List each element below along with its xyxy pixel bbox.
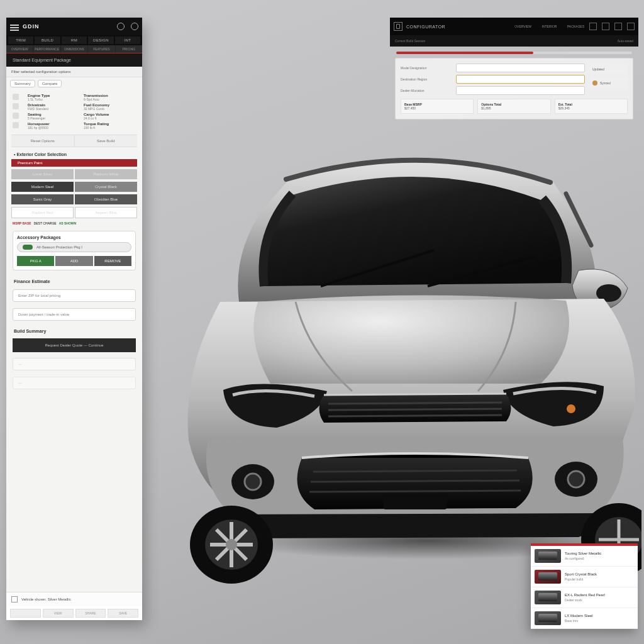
toggle-icon xyxy=(23,245,33,250)
bot-blank[interactable] xyxy=(10,609,41,618)
tool-button[interactable] xyxy=(614,23,622,30)
menu-icon[interactable] xyxy=(10,23,19,30)
secondary-tabs: OVERVIEW PERFORMANCE DIMENSIONS FEATURES… xyxy=(6,45,142,53)
bot-share[interactable]: SHARE xyxy=(75,609,106,618)
color-swatch[interactable]: Sonic Gray xyxy=(11,194,74,204)
addon-pill[interactable]: All-Season Protection Pkg I xyxy=(17,242,131,252)
color-swatch[interactable]: Platinum White xyxy=(75,169,137,179)
zip-input[interactable]: Enter ZIP for local pricing xyxy=(13,289,136,302)
dashboard-toolbar: CONFIGURATOR OVERVIEW INTERIOR PACKAGES xyxy=(390,18,638,35)
dash-menu-overview[interactable]: OVERVIEW xyxy=(514,25,531,28)
svg-point-19 xyxy=(226,539,237,550)
subtab-features[interactable]: FEATURES xyxy=(88,45,114,53)
spec-cell: Fuel Economy32 MPG Comb xyxy=(84,103,136,111)
addon-add-button[interactable]: ADD xyxy=(55,256,92,266)
spec-cell: Transmission6-Spd Auto xyxy=(84,94,136,101)
session-label: Current Build Session xyxy=(395,39,425,43)
addon-remove-button[interactable]: REMOVE xyxy=(94,256,131,266)
text-input[interactable] xyxy=(456,64,585,72)
sidebar-footer: Vehicle shown: Silver Metallic xyxy=(6,592,142,606)
svg-line-6 xyxy=(311,480,519,482)
variant-thumb xyxy=(535,570,561,584)
subtab-pricing[interactable]: PRICING xyxy=(116,45,142,53)
variant-list: Touring Silver MetallicAs configured Spo… xyxy=(531,543,638,629)
svg-line-5 xyxy=(313,470,517,472)
reset-button[interactable]: Reset Options xyxy=(11,135,75,147)
addon-card: Accessory Packages All-Season Protection… xyxy=(13,231,136,270)
color-swatch[interactable]: Modern Steel xyxy=(11,182,74,192)
chip-compare[interactable]: Compare xyxy=(38,80,62,87)
tab-trim[interactable]: TRIM xyxy=(8,36,33,44)
dealer-quote-button[interactable]: Request Dealer Quote — Continue xyxy=(13,338,136,352)
dash-menu-packages[interactable]: PACKAGES xyxy=(567,25,584,28)
bot-view[interactable]: VIEW xyxy=(43,609,74,618)
search-icon[interactable] xyxy=(117,23,125,30)
svg-line-3 xyxy=(328,409,502,410)
addon-cell-a[interactable]: PKG A xyxy=(17,256,54,266)
variant-label: Sport Crystal BlackPopular build xyxy=(565,572,634,581)
svg-line-7 xyxy=(309,491,521,492)
premium-tag: Premium Paint xyxy=(11,159,137,167)
subtab-performance[interactable]: PERFORMANCE xyxy=(33,45,60,53)
progress-bar xyxy=(396,52,632,54)
tab-design[interactable]: DESIGN xyxy=(88,36,113,44)
svg-line-4 xyxy=(328,415,502,416)
save-button[interactable]: Save Build xyxy=(75,135,138,147)
dashboard-body: Model Designation Destination Region Dea… xyxy=(395,58,633,119)
text-input[interactable] xyxy=(456,75,585,84)
dash-menu-interior[interactable]: INTERIOR xyxy=(542,25,557,28)
finance-heading: Finance Estimate xyxy=(6,274,142,286)
tool-button[interactable] xyxy=(627,23,635,30)
field-label: Destination Region xyxy=(401,77,452,81)
variant-item[interactable]: EX-L Radiant Red PearlDealer stock xyxy=(531,587,638,608)
bot-save[interactable]: SAVE xyxy=(108,609,138,618)
color-swatch[interactable]: Aegean Blue xyxy=(75,207,137,218)
spec-cell: Torque Rating190 lb-ft xyxy=(84,122,136,130)
svg-rect-8 xyxy=(384,494,447,509)
subtab-dimensions[interactable]: DIMENSIONS xyxy=(61,45,87,53)
downpayment-input[interactable]: Down payment / trade-in value xyxy=(13,308,136,321)
color-swatch[interactable]: Obsidian Blue xyxy=(75,194,137,204)
dashboard-title: CONFIGURATOR xyxy=(406,25,445,29)
summary-line: — xyxy=(13,358,136,370)
tool-button[interactable] xyxy=(589,23,597,30)
svg-point-12 xyxy=(568,471,584,487)
variant-item[interactable]: Sport Crystal BlackPopular build xyxy=(531,567,638,587)
tool-button[interactable] xyxy=(602,23,609,30)
color-heading: • Exterior Color Selection xyxy=(6,147,142,159)
subtab-overview[interactable]: OVERVIEW xyxy=(6,45,33,53)
bottom-bar: VIEW SHARE SAVE xyxy=(6,606,142,620)
text-input[interactable] xyxy=(456,86,585,95)
footer-label: Vehicle shown: Silver Metallic xyxy=(21,597,71,601)
variant-item[interactable]: Touring Silver MetallicAs configured xyxy=(531,546,638,567)
meta-shown: AS SHOWN xyxy=(59,221,77,225)
spec-cell: Horsepower181 hp @5500 xyxy=(28,122,80,130)
brand-label: GDIN xyxy=(23,23,40,30)
profile-icon[interactable] xyxy=(131,23,138,30)
variant-label: Touring Silver MetallicAs configured xyxy=(565,552,634,560)
price-meta: MSRP BASE DEST CHARGE AS SHOWN xyxy=(13,221,136,225)
color-swatch[interactable]: Radiant Red xyxy=(11,207,74,218)
dot-icon xyxy=(592,80,597,86)
price-cell: Est. Total$29,345 xyxy=(555,99,628,114)
color-swatch[interactable]: Lunar Silver xyxy=(11,169,74,179)
doc-icon[interactable] xyxy=(394,22,402,31)
primary-tabs: TRIM BUILD RM DESIGN INT xyxy=(6,35,142,45)
variant-label: EX-L Radiant Red PearlDealer stock xyxy=(565,593,634,602)
tab-rm[interactable]: RM xyxy=(62,36,87,44)
variant-item[interactable]: LX Modern SteelBase trim xyxy=(531,608,638,629)
spec-cell: Seating5 Passenger xyxy=(28,113,80,120)
chip-summary[interactable]: Summary xyxy=(10,80,35,87)
spec-icon xyxy=(13,113,19,119)
tab-build[interactable]: BUILD xyxy=(35,36,60,44)
meta-msrp: MSRP BASE xyxy=(13,221,31,225)
spec-icon xyxy=(13,94,19,100)
tab-int[interactable]: INT xyxy=(115,36,140,44)
field-label: Model Designation xyxy=(401,66,452,70)
spec-cell: DrivetrainFWD Standard xyxy=(28,103,80,111)
status-chip: Updated xyxy=(590,64,628,75)
color-swatch[interactable]: Crystal Black xyxy=(75,182,137,192)
spec-icon xyxy=(13,103,19,109)
meta-dest: DEST CHARGE xyxy=(34,221,57,225)
status-chip: Synced xyxy=(590,77,628,89)
